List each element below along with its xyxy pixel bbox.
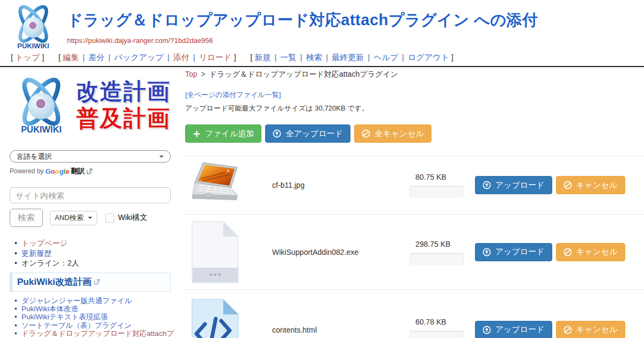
all-attachments-link[interactable]: [全ページの添付ファイル一覧]: [185, 90, 281, 100]
breadcrumb-home-link[interactable]: Top: [185, 70, 197, 78]
wiki-syntax-checkbox[interactable]: [105, 214, 114, 223]
sidebar-link-update-history[interactable]: 更新履歴: [21, 249, 52, 258]
ban-circle-icon: [564, 248, 572, 256]
breadcrumb-current: ドラッグ＆ドロップアップロード対応attachプラグイン: [209, 70, 398, 78]
bracket: ]: [42, 53, 44, 62]
ban-circle-icon: [564, 326, 572, 334]
sidebar-link-dragdrop-attach[interactable]: ドラッグ＆ドロップアップロード対応attachプラグイン: [21, 329, 174, 338]
upload-button[interactable]: アップロード: [475, 243, 552, 261]
nav-link-attach[interactable]: 添付: [173, 53, 189, 62]
logo-brand-text: PUKIWIKI: [21, 124, 62, 134]
file-row: 8 cf-b11.jpg 80.75 KB: [185, 156, 644, 214]
language-select[interactable]: 言語を選択: [10, 150, 171, 163]
sidebar-link-common-files[interactable]: ダジャレンジャー版共通ファイル: [21, 297, 132, 305]
chevron-down-icon: [159, 156, 164, 160]
bulk-actions: ファイル追加 全アップロード 全キャンセル: [185, 124, 644, 143]
upload-button[interactable]: アップロード: [475, 321, 552, 338]
file-row: contents.html 60.78 KB アップロード: [185, 289, 644, 338]
file-thumbnail: [185, 298, 244, 338]
list-item: ドラッグ＆ドロップアップロード対応attachプラグイン: [21, 329, 177, 338]
search-controls: 検索 AND検索 Wiki構文: [10, 209, 177, 227]
nav-link-search[interactable]: 検索: [306, 53, 322, 62]
add-file-button[interactable]: ファイル追加: [185, 124, 261, 143]
bracket: ]: [451, 53, 453, 62]
circle-up-arrow-icon: [273, 129, 281, 138]
google-translate-attribution: Powered by Google 翻訳: [10, 166, 177, 176]
breadcrumb-separator: >: [201, 70, 206, 78]
nav-link-new[interactable]: 新規: [254, 53, 270, 62]
max-upload-size-text: アップロード可能最大ファイルサイズは 30,720KB です。: [185, 104, 644, 113]
file-size: 60.78 KB: [415, 318, 467, 326]
cancel-button[interactable]: キャンセル: [556, 321, 625, 338]
online-count: オンライン：2人: [21, 259, 79, 267]
sidebar-logo-line2: 普及計画: [76, 105, 171, 132]
bracket: [: [250, 53, 252, 62]
file-thumbnail: [185, 221, 244, 284]
upload-file-list: 8 cf-b11.jpg 80.75 KB: [185, 156, 644, 338]
search-mode-select[interactable]: AND検索: [50, 211, 97, 225]
search-button[interactable]: 検索: [10, 209, 43, 227]
nav-link-top[interactable]: トップ: [15, 53, 40, 62]
ban-circle-icon: [564, 181, 572, 189]
google-logo: Google: [45, 167, 69, 175]
file-row-actions: アップロード キャンセル: [475, 243, 625, 261]
sidebar-link-top-page[interactable]: トップページ: [21, 239, 68, 247]
bracket: [: [58, 53, 61, 62]
external-link-icon: [86, 168, 92, 174]
nav-link-help[interactable]: ヘルプ: [374, 53, 398, 62]
nav-link-backup[interactable]: バックアップ: [114, 53, 164, 62]
sidebar-logo[interactable]: PUKIWIKI 改造計画 普及計画: [10, 74, 177, 146]
breadcrumb: Top>ドラッグ＆ドロップアップロード対応attachプラグイン: [185, 70, 644, 79]
circle-up-arrow-icon: [482, 181, 491, 189]
sidebar-link-sort-table[interactable]: ソートテーブル（表）プラグイン: [21, 321, 132, 329]
wiki-syntax-label[interactable]: Wiki構文: [118, 213, 147, 223]
nav-link-logout[interactable]: ログアウト: [408, 53, 449, 62]
page-title: ドラッグ＆ドロップアップロード対応attachプラグイン への添付: [67, 10, 538, 31]
top-navigation: [トップ] [編集|差分|バックアップ|添付|リロード] [新規|一覧|検索|最…: [9, 53, 456, 63]
nav-link-edit[interactable]: 編集: [63, 53, 79, 62]
header-divider: [0, 66, 644, 67]
sidebar-heading-pukiwiki-kaizou[interactable]: PukiWiki改造計画: [10, 273, 171, 292]
sidebar-menu-links: ダジャレンジャー版共通ファイル PukiWiki本体改造 PukiWikiテキス…: [10, 297, 177, 338]
file-meta: 298.75 KB: [407, 240, 467, 264]
file-name: cf-b11.jpg: [272, 181, 407, 189]
list-item: オンライン：2人: [21, 258, 177, 268]
language-select-value: 言語を選択: [17, 152, 52, 161]
upload-progress-bar: [409, 186, 464, 197]
sidebar-link-core-mod[interactable]: PukiWiki本体改造: [21, 305, 78, 313]
chevron-down-icon: [88, 217, 92, 221]
file-meta: 80.75 KB: [407, 173, 467, 197]
upload-progress-bar: [409, 330, 464, 338]
nav-link-diff[interactable]: 差分: [89, 53, 105, 62]
ban-circle-icon: [362, 129, 370, 138]
circle-up-arrow-icon: [482, 248, 491, 256]
upload-button[interactable]: アップロード: [475, 176, 552, 194]
main-content: Top>ドラッグ＆ドロップアップロード対応attachプラグイン [全ページの添…: [185, 70, 644, 338]
upload-all-button[interactable]: 全アップロード: [265, 124, 350, 143]
list-item: PukiWiki本体改造: [21, 305, 177, 313]
nav-link-list[interactable]: 一覧: [280, 53, 296, 62]
cancel-button[interactable]: キャンセル: [556, 243, 625, 261]
sidebar: PUKIWIKI 改造計画 普及計画 言語を選択 Powered by Goog…: [10, 74, 177, 338]
generic-file-icon: [188, 221, 241, 284]
sidebar-link-text-extension[interactable]: PukiWikiテキスト表現拡張: [21, 313, 108, 321]
translate-link[interactable]: 翻訳: [71, 166, 85, 176]
pukiwiki-logo[interactable]: PUKIWIKI: [9, 2, 58, 54]
list-item: PukiWikiテキスト表現拡張: [21, 313, 177, 321]
external-link-icon: [94, 279, 100, 285]
list-item: 更新履歴: [21, 248, 177, 259]
nav-link-recent[interactable]: 最終更新: [332, 53, 364, 62]
bracket: [: [11, 53, 13, 62]
list-item: トップページ: [21, 238, 177, 248]
cancel-button[interactable]: キャンセル: [556, 176, 625, 194]
nav-link-reload[interactable]: リロード: [199, 53, 232, 62]
file-meta: 60.78 KB: [407, 318, 467, 338]
sidebar-logo-line1: 改造計画: [76, 78, 171, 105]
cancel-all-button[interactable]: 全キャンセル: [354, 124, 431, 143]
circle-up-arrow-icon: [482, 326, 491, 334]
site-search-input[interactable]: [10, 187, 171, 203]
upload-progress-bar: [409, 253, 464, 264]
file-name: WikiSupportAddin082.exe: [272, 248, 407, 256]
html-file-icon: [188, 298, 241, 338]
logo-brand-text: PUKIWIKI: [17, 42, 49, 50]
